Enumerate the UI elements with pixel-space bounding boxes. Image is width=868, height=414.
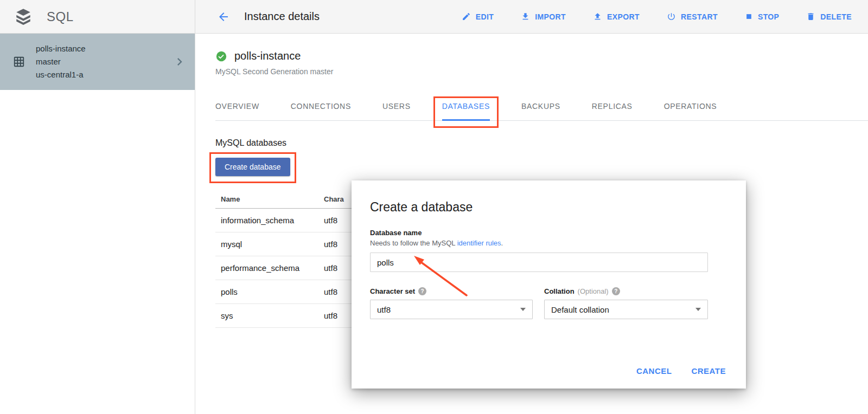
create-database-dialog: Create a database Database name Needs to… (352, 180, 746, 389)
toolbar-actions: EDIT IMPORT EXPORT RESTART STOP DELETE (462, 12, 852, 21)
dialog-title: Create a database (370, 200, 727, 215)
instance-subtitle: MySQL Second Generation master (196, 62, 868, 76)
stop-icon (745, 12, 753, 21)
help-icon[interactable]: ? (612, 287, 620, 295)
tab-connections[interactable]: CONNECTIONS (291, 94, 351, 120)
delete-icon (806, 12, 815, 21)
hint-text: Needs to follow the MySQL (370, 239, 457, 247)
section-heading: MySQL databases (215, 138, 868, 148)
db-name-cell: polls (215, 287, 324, 296)
tab-label: OPERATIONS (664, 102, 717, 111)
db-name-cell: mysql (215, 240, 324, 249)
product-header: SQL (0, 0, 195, 33)
charset-select[interactable]: utf8 (370, 300, 533, 319)
tab-label: OVERVIEW (215, 102, 259, 111)
instance-role: master (36, 55, 172, 68)
tab-label: REPLICAS (592, 102, 633, 111)
column-header-name: Name (215, 195, 324, 203)
charset-selected-value: utf8 (377, 305, 391, 314)
collation-label: Collation (544, 287, 575, 295)
delete-button-label: DELETE (820, 12, 852, 21)
collation-selected-value: Default collation (551, 305, 609, 314)
page-header: Instance details EDIT IMPORT EXPORT REST… (195, 0, 868, 33)
collation-optional-label: (Optional) (578, 287, 609, 295)
db-name-cell: performance_schema (215, 263, 324, 273)
import-icon (521, 12, 530, 21)
sidebar-item-instance[interactable]: polls-instance master us-central1-a (0, 34, 195, 90)
product-name: SQL (47, 9, 74, 24)
back-button[interactable] (217, 10, 230, 23)
delete-button[interactable]: DELETE (806, 12, 852, 21)
dropdown-caret-icon (695, 308, 701, 311)
instance-zone: us-central1-a (36, 68, 172, 81)
charset-label: Character set (370, 287, 415, 295)
help-icon[interactable]: ? (418, 287, 426, 295)
database-name-hint: Needs to follow the MySQL identifier rul… (370, 239, 727, 247)
import-button[interactable]: IMPORT (521, 12, 566, 21)
tab-databases[interactable]: DATABASES (442, 94, 490, 120)
tab-overview[interactable]: OVERVIEW (215, 94, 259, 120)
tab-label: BACKUPS (521, 102, 560, 111)
tab-label: USERS (382, 102, 411, 111)
top-app-bar: SQL Instance details EDIT IMPORT EXPORT (0, 0, 868, 34)
create-database-button[interactable]: Create database (215, 158, 290, 176)
stop-button[interactable]: STOP (745, 12, 779, 21)
restart-icon (667, 12, 676, 21)
page-title: Instance details (244, 10, 320, 23)
db-name-cell: information_schema (215, 216, 324, 225)
database-name-label: Database name (370, 229, 727, 237)
dropdown-caret-icon (520, 308, 526, 311)
tab-replicas[interactable]: REPLICAS (592, 94, 633, 120)
create-button[interactable]: CREATE (691, 366, 726, 376)
tab-users[interactable]: USERS (382, 94, 411, 120)
back-arrow-icon (217, 10, 230, 23)
edit-button-label: EDIT (476, 12, 494, 21)
tab-bar: OVERVIEW CONNECTIONS USERS DATABASES BAC… (215, 94, 868, 121)
edit-button[interactable]: EDIT (462, 12, 494, 21)
collation-select[interactable]: Default collation (544, 300, 708, 319)
identifier-rules-link[interactable]: identifier rules (457, 239, 501, 247)
database-name-input[interactable] (370, 253, 708, 272)
cloud-sql-logo (14, 8, 33, 26)
export-button-label: EXPORT (607, 12, 640, 21)
export-button[interactable]: EXPORT (593, 12, 640, 21)
stop-button-label: STOP (758, 12, 779, 21)
sidebar: polls-instance master us-central1-a (0, 34, 195, 414)
tab-backups[interactable]: BACKUPS (521, 94, 560, 120)
status-ok-icon (215, 50, 227, 62)
edit-icon (462, 12, 471, 21)
hint-text: . (501, 239, 503, 247)
export-icon (593, 12, 602, 21)
instance-name: polls-instance (36, 42, 172, 55)
grid-icon (13, 56, 25, 68)
tab-operations[interactable]: OPERATIONS (664, 94, 717, 120)
restart-button[interactable]: RESTART (667, 12, 718, 21)
import-button-label: IMPORT (535, 12, 566, 21)
cancel-button[interactable]: CANCEL (636, 366, 672, 376)
instance-summary: polls-instance master us-central1-a (36, 42, 172, 81)
instance-title: polls-instance (234, 50, 301, 62)
restart-button-label: RESTART (681, 12, 718, 21)
tab-label: CONNECTIONS (291, 102, 351, 111)
tab-label: DATABASES (442, 102, 490, 111)
db-name-cell: sys (215, 311, 324, 320)
chevron-right-icon (172, 54, 187, 69)
